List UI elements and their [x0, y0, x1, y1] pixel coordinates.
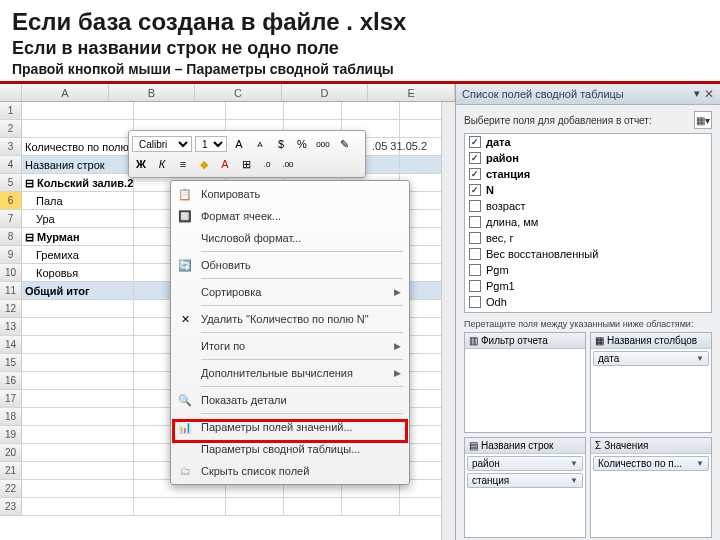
context-menu-item[interactable]: Итоги по▶ [173, 335, 407, 357]
filter-zone[interactable]: ▥Фильтр отчета [464, 332, 586, 433]
cell[interactable]: Общий итог [22, 282, 134, 299]
cell[interactable] [22, 300, 134, 317]
cell[interactable] [22, 408, 134, 425]
decrease-decimal-icon[interactable]: .00 [279, 155, 297, 173]
field-item[interactable]: вес, г [465, 230, 711, 246]
zone-chip[interactable]: станция▼ [467, 473, 583, 488]
checkbox-icon[interactable] [469, 184, 481, 196]
checkbox-icon[interactable] [469, 152, 481, 164]
context-menu-item[interactable]: Сортировка▶ [173, 281, 407, 303]
cell[interactable] [22, 102, 134, 119]
cell[interactable] [134, 498, 226, 515]
field-item[interactable]: дата [465, 134, 711, 150]
worksheet-grid[interactable]: ABCDE 123Количество по полю NНазв4Назван… [0, 84, 455, 540]
checkbox-icon[interactable] [469, 248, 481, 260]
close-icon[interactable]: ✕ [704, 87, 714, 101]
context-menu-item[interactable]: ✕Удалить "Количество по полю N" [173, 308, 407, 330]
zone-chip[interactable]: Количество по п...▼ [593, 456, 709, 471]
context-menu-item[interactable]: 🔲Формат ячеек... [173, 205, 407, 227]
row-header[interactable]: 23 [0, 498, 22, 515]
italic-icon[interactable]: К [153, 155, 171, 173]
dropdown-icon[interactable]: ▾ [694, 87, 700, 101]
row-header[interactable]: 7 [0, 210, 22, 227]
checkbox-icon[interactable] [469, 232, 481, 244]
layout-options-icon[interactable]: ▦▾ [694, 111, 712, 129]
row-header[interactable]: 3 [0, 138, 22, 155]
cell[interactable]: Количество по полю N [22, 138, 134, 155]
columns-zone[interactable]: ▦Названия столбцов дата▼ [590, 332, 712, 433]
field-item[interactable]: N [465, 182, 711, 198]
grow-font-icon[interactable]: A [230, 135, 248, 153]
row-header[interactable]: 17 [0, 390, 22, 407]
cell[interactable] [22, 372, 134, 389]
context-menu-item[interactable]: 📋Копировать [173, 183, 407, 205]
context-menu-item[interactable]: Дополнительные вычисления▶ [173, 362, 407, 384]
cell[interactable] [342, 102, 400, 119]
cell[interactable] [22, 480, 134, 497]
cell[interactable]: Коровья [22, 264, 134, 281]
field-item[interactable]: Pgm [465, 262, 711, 278]
row-header[interactable]: 6 [0, 192, 22, 209]
paintbrush-icon[interactable]: ✎ [335, 135, 353, 153]
field-item[interactable]: район [465, 150, 711, 166]
field-item[interactable]: Odh [465, 294, 711, 310]
checkbox-icon[interactable] [469, 296, 481, 308]
cell[interactable]: Пала [22, 192, 134, 209]
vertical-scrollbar[interactable] [441, 102, 455, 540]
row-header[interactable]: 5 [0, 174, 22, 191]
borders-icon[interactable]: ⊞ [237, 155, 255, 173]
cell[interactable] [342, 498, 400, 515]
currency-icon[interactable]: $ [272, 135, 290, 153]
bold-icon[interactable]: Ж [132, 155, 150, 173]
table-row[interactable]: 23 [0, 498, 455, 516]
row-header[interactable]: 15 [0, 354, 22, 371]
cell[interactable] [134, 102, 226, 119]
row-header[interactable]: 10 [0, 264, 22, 281]
cell[interactable] [22, 462, 134, 479]
checkbox-icon[interactable] [469, 264, 481, 276]
row-header[interactable]: 19 [0, 426, 22, 443]
cell[interactable] [22, 390, 134, 407]
font-selector[interactable]: Calibri [132, 136, 192, 152]
font-color-icon[interactable]: A [216, 155, 234, 173]
cell[interactable] [22, 336, 134, 353]
cell[interactable]: Гремиха [22, 246, 134, 263]
row-header[interactable]: 1 [0, 102, 22, 119]
row-header[interactable]: 11 [0, 282, 22, 299]
row-header[interactable]: 4 [0, 156, 22, 173]
column-header[interactable]: B [109, 84, 196, 101]
checkbox-icon[interactable] [469, 280, 481, 292]
field-item[interactable]: Pgm1 [465, 278, 711, 294]
context-menu-item[interactable]: 🔍Показать детали [173, 389, 407, 411]
row-header[interactable]: 16 [0, 372, 22, 389]
row-header[interactable]: 13 [0, 318, 22, 335]
row-header[interactable]: 12 [0, 300, 22, 317]
checkbox-icon[interactable] [469, 168, 481, 180]
row-header[interactable]: 14 [0, 336, 22, 353]
rows-zone[interactable]: ▤Названия строк район▼станция▼ [464, 437, 586, 538]
fill-color-icon[interactable]: ◆ [195, 155, 213, 173]
cell[interactable] [226, 102, 284, 119]
align-icon[interactable]: ≡ [174, 155, 192, 173]
table-row[interactable]: 1 [0, 102, 455, 120]
row-header[interactable]: 22 [0, 480, 22, 497]
percent-icon[interactable]: % [293, 135, 311, 153]
field-item[interactable]: возраст [465, 198, 711, 214]
field-item[interactable]: Вес восстановленный [465, 246, 711, 262]
field-pane-title-bar[interactable]: Список полей сводной таблицы ▾ ✕ [456, 84, 720, 105]
cell[interactable]: Ура [22, 210, 134, 227]
column-header[interactable]: D [282, 84, 369, 101]
context-menu-item[interactable]: 🔄Обновить [173, 254, 407, 276]
row-header[interactable]: 20 [0, 444, 22, 461]
increase-decimal-icon[interactable]: .0 [258, 155, 276, 173]
cell[interactable] [22, 120, 134, 137]
row-header[interactable]: 9 [0, 246, 22, 263]
cell[interactable] [226, 498, 284, 515]
checkbox-icon[interactable] [469, 216, 481, 228]
cell[interactable] [22, 498, 134, 515]
row-header[interactable]: 2 [0, 120, 22, 137]
cell[interactable] [284, 102, 342, 119]
column-header[interactable]: E [368, 84, 455, 101]
select-all-corner[interactable] [0, 84, 22, 101]
cell[interactable] [22, 426, 134, 443]
